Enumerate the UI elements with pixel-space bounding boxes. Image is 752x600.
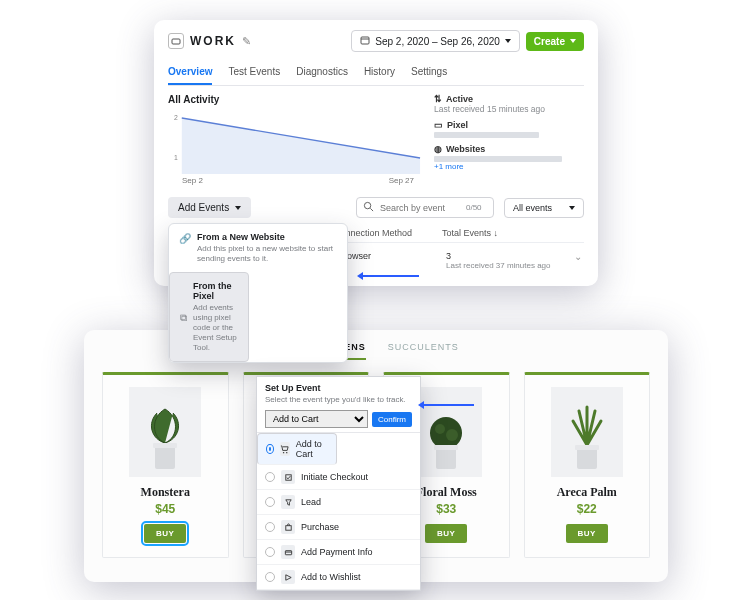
chevron-down-icon: [235, 206, 241, 210]
svg-point-15: [435, 424, 445, 434]
svg-rect-8: [153, 443, 177, 448]
cart-icon: [280, 442, 290, 456]
globe-icon: ◍: [434, 144, 442, 154]
svg-rect-1: [361, 37, 369, 44]
create-button[interactable]: Create: [526, 32, 584, 51]
activity-chart: 2 1: [168, 108, 424, 174]
product-image: [551, 387, 623, 477]
setup-event-popup: Set Up Event Select the event type you'd…: [256, 376, 421, 591]
purchase-icon: [281, 520, 295, 534]
tab-history[interactable]: History: [364, 60, 395, 85]
option-label: Purchase: [301, 522, 339, 532]
popup-hint: Select the event type you'd like to trac…: [257, 395, 420, 410]
search-field[interactable]: [380, 203, 460, 213]
pixel-label: Pixel: [447, 120, 468, 130]
annotation-arrow: [424, 404, 474, 406]
date-range-label: Sep 2, 2020 – Sep 26, 2020: [375, 36, 500, 47]
x-tick-start: Sep 2: [182, 176, 203, 185]
tab-test-events[interactable]: Test Events: [228, 60, 280, 85]
menu-from-the-pixel[interactable]: ⧉ From the Pixel Add events using pixel …: [169, 272, 249, 362]
svg-point-5: [364, 202, 370, 208]
product-image: [129, 387, 201, 477]
radio-icon: [265, 572, 275, 582]
date-range-button[interactable]: Sep 2, 2020 – Sep 26, 2020: [351, 30, 520, 52]
chevron-down-icon: [505, 39, 511, 43]
create-label: Create: [534, 36, 565, 47]
option-purchase[interactable]: Purchase: [257, 515, 420, 540]
pulse-icon: ⇅: [434, 94, 442, 104]
search-count: 0/50: [466, 203, 482, 212]
websites-label: Websites: [446, 144, 485, 154]
chevron-down-icon: [569, 206, 575, 210]
confirm-button[interactable]: Confirm: [372, 412, 412, 427]
tab-diagnostics[interactable]: Diagnostics: [296, 60, 348, 85]
wishlist-icon: [281, 570, 295, 584]
product-price: $45: [103, 502, 228, 516]
option-label: Initiate Checkout: [301, 472, 368, 482]
svg-rect-25: [285, 550, 291, 554]
menu-from-new-website[interactable]: 🔗 From a New Website Add this pixel to a…: [169, 224, 347, 272]
svg-rect-7: [155, 445, 175, 469]
option-initiate-checkout[interactable]: Initiate Checkout: [257, 465, 420, 490]
option-label: Add to Cart: [296, 439, 328, 459]
tab-bar: Overview Test Events Diagnostics History…: [168, 60, 584, 86]
search-input[interactable]: 0/50: [356, 197, 494, 218]
tab-overview[interactable]: Overview: [168, 60, 212, 85]
more-link[interactable]: +1 more: [434, 162, 584, 171]
svg-point-21: [283, 451, 284, 452]
svg-rect-17: [436, 447, 456, 469]
menu-item-title: From the Pixel: [193, 281, 238, 301]
calendar-icon: [360, 35, 370, 47]
event-type-select[interactable]: Add to Cart: [265, 410, 368, 428]
option-add-to-wishlist[interactable]: Add to Wishlist: [257, 565, 420, 590]
x-tick-end: Sep 27: [389, 176, 414, 185]
radio-icon: [265, 497, 275, 507]
option-label: Lead: [301, 497, 321, 507]
chevron-down-icon: [570, 39, 576, 43]
svg-rect-23: [285, 474, 290, 479]
menu-item-desc: Add this pixel to a new website to start…: [197, 244, 337, 264]
events-filter[interactable]: All events: [504, 198, 584, 218]
edit-icon[interactable]: ✎: [242, 35, 251, 48]
product-card: Monstera $45 BUY: [102, 372, 229, 558]
buy-button[interactable]: BUY: [425, 524, 467, 543]
add-events-menu: 🔗 From a New Website Add this pixel to a…: [168, 223, 348, 363]
product-name: Areca Palm: [525, 485, 650, 500]
card-icon: [281, 545, 295, 559]
col-total: Total Events ↓: [442, 228, 552, 238]
option-add-to-cart[interactable]: Add to Cart: [257, 433, 337, 465]
svg-rect-20: [575, 445, 599, 450]
svg-rect-24: [285, 525, 290, 530]
svg-rect-0: [172, 39, 180, 44]
tab-settings[interactable]: Settings: [411, 60, 447, 85]
cell-total: 3: [446, 251, 451, 261]
menu-item-desc: Add events using pixel code or the Event…: [193, 303, 238, 353]
add-events-button[interactable]: Add Events: [168, 197, 251, 218]
expand-icon[interactable]: ⌄: [574, 251, 582, 262]
product-name: Monstera: [103, 485, 228, 500]
shop-page: EVERGREENS SUCCULENTS Monstera $45 BUY F…: [84, 330, 668, 582]
svg-marker-3: [182, 118, 420, 174]
svg-line-6: [370, 208, 373, 211]
cell-conn: Browser: [338, 251, 428, 261]
product-price: $22: [525, 502, 650, 516]
annotation-arrow: [363, 275, 419, 277]
funnel-icon: ⧉: [180, 312, 187, 324]
buy-button[interactable]: BUY: [144, 524, 186, 543]
option-label: Add to Wishlist: [301, 572, 361, 582]
option-add-payment-info[interactable]: Add Payment Info: [257, 540, 420, 565]
popup-title: Set Up Event: [257, 377, 420, 395]
svg-point-22: [286, 451, 287, 452]
checkout-icon: [281, 470, 295, 484]
radio-icon: [265, 547, 275, 557]
y-tick-1: 1: [174, 154, 178, 161]
filter-label: All events: [513, 203, 552, 213]
pixel-small-icon: ▭: [434, 120, 443, 130]
svg-rect-19: [577, 447, 597, 469]
option-lead[interactable]: Lead: [257, 490, 420, 515]
option-label: Add Payment Info: [301, 547, 373, 557]
tab-succulents[interactable]: SUCCULENTS: [388, 342, 459, 360]
buy-button[interactable]: BUY: [566, 524, 608, 543]
cell-total-sub: Last received 37 minutes ago: [446, 261, 556, 270]
link-icon: 🔗: [179, 233, 191, 264]
